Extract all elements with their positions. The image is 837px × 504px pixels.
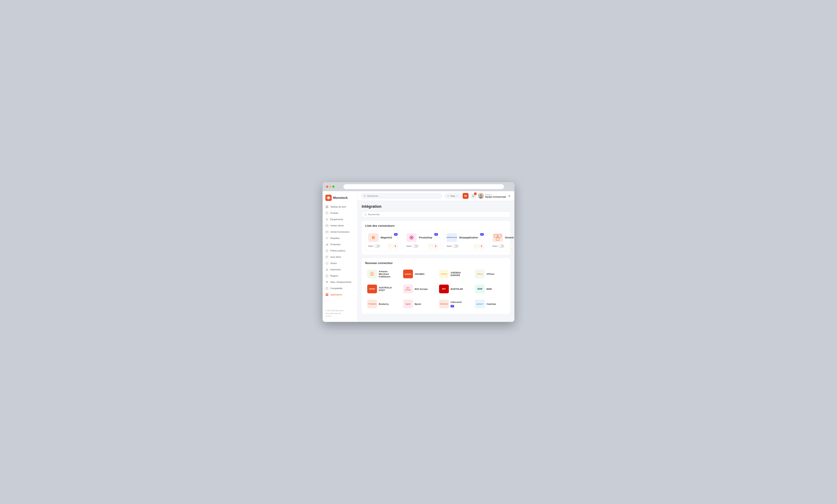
connector-name-magento: Magento2 xyxy=(381,236,392,239)
new-connector-cdiscount[interactable]: Cdiscount Cdiscount v3 xyxy=(437,298,471,311)
integration-search-bar[interactable] xyxy=(362,211,510,217)
sidebar-label-requetes: Requêtes xyxy=(330,237,352,240)
sidebar-item-production[interactable]: Production › xyxy=(323,241,357,248)
new-connector-logo-b2c-europe: B2CEurope xyxy=(403,285,413,293)
produits-arrow: › xyxy=(354,212,355,214)
toggle-prestashop[interactable] xyxy=(412,244,418,248)
dashboard-icon xyxy=(325,205,328,208)
new-connector-b2c-europe[interactable]: B2CEurope B2C Europe xyxy=(401,282,435,295)
search-bar[interactable] xyxy=(361,193,442,199)
stocks-icon xyxy=(325,262,328,265)
hamburger-button[interactable]: ≡ xyxy=(507,194,511,198)
new-connector-celeritas[interactable]: celeritas ✈ Celeritas xyxy=(473,298,507,311)
sidebar-item-tableau-de-bord[interactable]: Tableau de bord xyxy=(323,204,357,210)
impression-icon xyxy=(325,268,328,271)
edit-button-prestashop[interactable]: ✏ xyxy=(428,244,433,248)
sidebar-item-comptabilite[interactable]: Comptabilité › xyxy=(323,285,357,292)
edit-button-generic[interactable]: ✏ xyxy=(510,244,514,248)
new-connector-bartolini[interactable]: BRT BARTOLINI xyxy=(437,282,471,295)
sidebar-item-applications[interactable]: Applications › xyxy=(323,292,357,298)
new-connector-bpost[interactable]: bpost Bpost xyxy=(401,298,435,311)
sidebar-item-stocks[interactable]: Stocks › xyxy=(323,260,357,266)
notification-button[interactable]: 1 xyxy=(470,193,476,199)
location-select[interactable]: Tous xyxy=(444,193,460,199)
connectors-section: Liste des connecteurs Magento2 xyxy=(362,221,510,255)
sidebar-item-scan-direct[interactable]: Scan direct xyxy=(323,254,357,260)
new-connector-atpost[interactable]: ✉ Post ATPost xyxy=(473,267,507,280)
sidebar-item-produits[interactable]: Produits › xyxy=(323,210,357,216)
statut-area-prestashop: Statut xyxy=(406,244,418,248)
connector-logo-generic xyxy=(493,233,503,242)
comptabilite-arrow: › xyxy=(354,287,355,290)
svg-point-3 xyxy=(328,197,330,199)
new-connector-name-aramex: ARAMEX xyxy=(415,273,424,275)
sidebar-item-impression[interactable]: Impression › xyxy=(323,266,357,273)
new-connector-boxberry[interactable]: ✦ boxberry Boxberry xyxy=(365,298,399,311)
prets-icon xyxy=(325,249,328,253)
delete-button-magento[interactable]: 🗑 xyxy=(393,244,397,248)
connector-actions-shopapplication: ✏ 🗑 xyxy=(474,244,484,248)
new-connector-name-atpost: ATPost xyxy=(486,273,494,275)
toggle-shopapplication[interactable] xyxy=(452,244,459,248)
connector-header-generic: Generic v3 xyxy=(493,233,514,242)
rapport-icon xyxy=(325,274,328,277)
sidebar-item-ventes-clients[interactable]: Ventes clients › xyxy=(323,223,357,229)
toggle-generic[interactable] xyxy=(498,244,504,248)
connector-logo-magento xyxy=(368,233,378,242)
new-connector-logo-bdm: BDM xyxy=(475,285,485,293)
new-connector-name-amazon: Amazon Merchant Fulfillment xyxy=(379,270,397,278)
barcode-button[interactable] xyxy=(463,193,468,199)
svg-rect-16 xyxy=(326,244,326,245)
toggle-magento[interactable] xyxy=(374,244,380,248)
footer-version: v2.0.41 xyxy=(325,315,355,318)
svg-rect-26 xyxy=(326,275,328,277)
new-connector-logo-celeritas: celeritas ✈ xyxy=(475,300,485,308)
new-connector-logo-aramex: aramex xyxy=(403,269,413,278)
sidebar-item-prets-locations[interactable]: Prêts/Locations › xyxy=(323,248,357,254)
connector-card-shopapplication: SHOPAPPLICATION Shopapplication v3 Statu… xyxy=(444,230,487,251)
maximize-dot[interactable] xyxy=(332,186,335,188)
connector-name-prestashop: Prestashop xyxy=(419,236,432,239)
edit-button-magento[interactable]: ✏ xyxy=(388,244,392,248)
new-connector-asendia[interactable]: ASENDIA ASENDIA EUROPE xyxy=(437,267,471,280)
sidebar-item-rapport[interactable]: Rapport › xyxy=(323,273,357,279)
new-connector-australia-post[interactable]: UPOST AUSTRALIA POST xyxy=(365,282,399,295)
svg-rect-43 xyxy=(465,195,466,197)
new-connector-aramex[interactable]: aramex ARAMEX xyxy=(401,267,435,280)
sites-icon xyxy=(325,281,328,284)
search-input[interactable] xyxy=(367,195,440,197)
connector-card-generic: Generic v3 Statut ✏ xyxy=(489,230,514,251)
app-container: Monstock Tableau de bord Produits › xyxy=(323,191,514,322)
delete-button-shopapplication[interactable]: 🗑 xyxy=(480,244,484,248)
address-bar[interactable] xyxy=(343,184,504,189)
sidebar-item-sites-emplacements[interactable]: Sites / Emplacements › xyxy=(323,279,357,285)
integration-search-input[interactable] xyxy=(368,213,507,216)
edit-button-shopapplication[interactable]: ✏ xyxy=(474,244,479,248)
new-connector-name-b2c-europe: B2C Europe xyxy=(415,288,428,290)
svg-point-53 xyxy=(411,237,412,238)
logo-text: Monstock xyxy=(333,196,348,200)
svg-rect-37 xyxy=(327,295,328,296)
user-avatar xyxy=(478,193,484,199)
connector-footer-magento: Statut ✏ 🗑 xyxy=(368,244,397,248)
new-connector-logo-asendia: ASENDIA xyxy=(439,269,449,278)
connectors-section-title: Liste des connecteurs xyxy=(365,224,507,227)
sidebar-item-equipements[interactable]: Équipements › xyxy=(323,216,357,223)
sidebar-item-requetes[interactable]: Requêtes › xyxy=(323,235,357,241)
new-connector-name-bpost: Bpost xyxy=(415,303,421,305)
connector-logo-prestashop xyxy=(406,233,417,242)
new-connector-amazon[interactable]: sellerfulfilledprime Amazon Merchant Ful… xyxy=(365,267,399,280)
sidebar-label-ventes: Ventes clients xyxy=(330,224,352,227)
new-connector-logo-australia-post: UPOST xyxy=(367,285,377,293)
svg-rect-6 xyxy=(326,207,327,208)
sidebar-item-achats-fournisseurs[interactable]: Achats fournisseurs › xyxy=(323,229,357,235)
new-connector-bdm[interactable]: BDM BDM xyxy=(473,282,507,295)
impression-arrow: › xyxy=(354,269,355,270)
connector-name-shopapplication: Shopapplication xyxy=(459,236,478,239)
svg-rect-7 xyxy=(327,207,328,208)
integration-search-icon xyxy=(364,213,367,216)
minimize-dot[interactable] xyxy=(329,186,331,188)
requetes-arrow: › xyxy=(354,237,355,239)
delete-button-prestashop[interactable]: 🗑 xyxy=(434,244,438,248)
close-dot[interactable] xyxy=(326,186,328,188)
